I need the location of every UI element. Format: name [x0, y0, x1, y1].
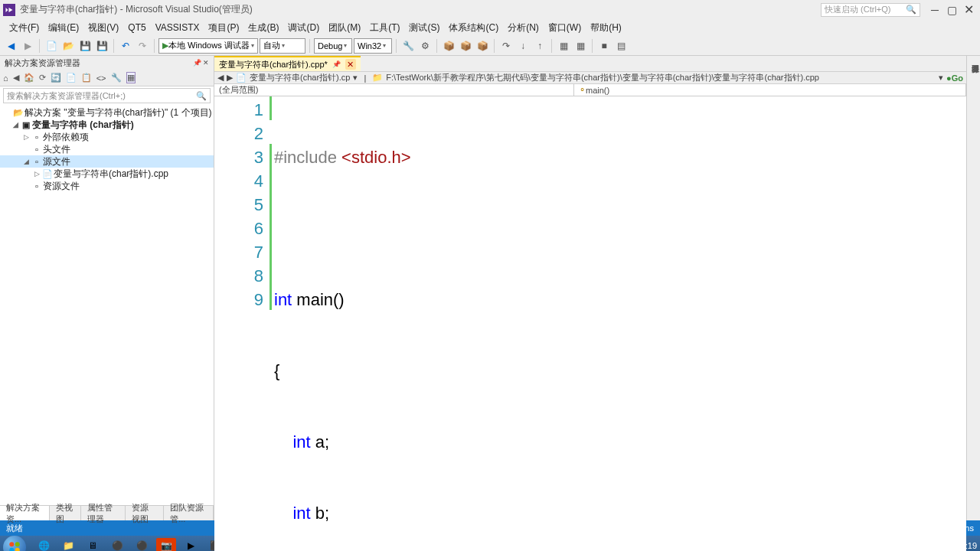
- back-icon[interactable]: ◀: [13, 73, 19, 83]
- tab-team[interactable]: 团队资源管...: [164, 506, 214, 520]
- resources-node[interactable]: ▫资源文件: [0, 180, 214, 192]
- taskbar-app-icon[interactable]: ⚫: [132, 538, 152, 551]
- menu-build[interactable]: 生成(B): [243, 20, 283, 36]
- tab-classview[interactable]: 类视图: [50, 506, 82, 520]
- taskbar-app-icon[interactable]: ⚫: [107, 538, 127, 551]
- headers-node[interactable]: ▫头文件: [0, 143, 214, 155]
- vs-logo-icon: [3, 4, 15, 16]
- sync-icon[interactable]: 🔄: [51, 73, 61, 83]
- auto-combo[interactable]: 自动▾: [260, 38, 305, 54]
- toolbar-icon[interactable]: ▦: [556, 38, 571, 54]
- svg-point-1: [15, 542, 20, 546]
- go-button[interactable]: ●Go: [946, 73, 963, 83]
- main-toolbar: ◀ ▶ 📄 📂 💾 💾 ↶ ↷ ▶ 本地 Windows 调试器▾ 自动▾ De…: [0, 36, 980, 56]
- left-bottom-tabs: 解决方案资... 类视图 属性管理器 资源视图 团队资源管...: [0, 505, 214, 520]
- window-title: 变量与字符串(char指针) - Microsoft Visual Studio…: [20, 3, 253, 16]
- panel-close-icon[interactable]: ✕: [203, 59, 209, 67]
- nav-crumb[interactable]: 变量与字符串(char指针).cp: [250, 72, 350, 83]
- minimize-button[interactable]: ─: [926, 3, 943, 17]
- menu-view[interactable]: 视图(V): [83, 20, 123, 36]
- taskbar-ie-icon[interactable]: 🌐: [34, 538, 54, 551]
- toolbar-icon[interactable]: 📦: [441, 38, 456, 54]
- toolbar-icon[interactable]: 📦: [458, 38, 473, 54]
- tool-icon[interactable]: <>: [96, 73, 106, 83]
- nav-fwd-button[interactable]: ▶: [20, 38, 35, 54]
- source-file-node[interactable]: ▷📄变量与字符串(char指针).cpp: [0, 168, 214, 180]
- toolbar-icon[interactable]: ■: [596, 38, 612, 54]
- toolbar-icon[interactable]: ⚙: [417, 38, 433, 54]
- status-ready: 就绪: [6, 523, 23, 534]
- menu-team[interactable]: 团队(M): [324, 20, 365, 36]
- code-content[interactable]: #include <stdio.h> int main() { int a; i…: [274, 96, 966, 551]
- toolbar-icon[interactable]: ▤: [613, 38, 629, 54]
- toolbar-icon[interactable]: 🔧: [400, 38, 416, 54]
- menu-qt5[interactable]: QT5: [123, 21, 150, 34]
- platform-combo[interactable]: Win32▾: [354, 38, 392, 54]
- taskbar-app-icon[interactable]: 📷: [156, 538, 176, 551]
- close-button[interactable]: ✕: [960, 3, 977, 17]
- open-button[interactable]: 📂: [60, 38, 76, 54]
- nav-back-button[interactable]: ◀: [3, 38, 18, 54]
- properties-icon[interactable]: 🔧: [111, 73, 122, 83]
- tool-icon[interactable]: 📄: [66, 73, 77, 83]
- step-into-icon[interactable]: ↓: [515, 38, 531, 54]
- close-tab-icon[interactable]: ✕: [345, 59, 356, 70]
- taskbar-app-icon[interactable]: 🖥: [83, 538, 103, 551]
- right-rail[interactable]: 服务器资源管理器: [966, 56, 980, 520]
- pin-icon[interactable]: 📌: [332, 60, 341, 68]
- line-numbers: 123456789: [214, 96, 270, 551]
- editor-tab[interactable]: 变量与字符串(char指针).cpp*📌✕: [214, 56, 361, 71]
- svg-point-2: [9, 548, 14, 551]
- solution-node[interactable]: 📂解决方案 "变量与字符串(char指针)" (1 个项目): [0, 106, 214, 119]
- undo-button[interactable]: ↶: [118, 38, 133, 54]
- menu-debug[interactable]: 调试(D): [283, 20, 324, 36]
- debug-target[interactable]: ▶ 本地 Windows 调试器▾: [158, 38, 258, 54]
- solution-explorer-title: 解决方案资源管理器 📌✕: [0, 56, 214, 70]
- step-over-icon[interactable]: ↷: [498, 38, 514, 54]
- menu-arch[interactable]: 体系结构(C): [444, 20, 503, 36]
- code-editor[interactable]: 123456789 #include <stdio.h> int main() …: [214, 96, 966, 551]
- refresh-icon[interactable]: ⟳: [39, 73, 46, 83]
- save-all-button[interactable]: 💾: [94, 38, 109, 54]
- menu-test[interactable]: 测试(S): [404, 20, 444, 36]
- tab-propmgr[interactable]: 属性管理器: [81, 506, 126, 520]
- new-project-button[interactable]: 📄: [44, 38, 59, 54]
- step-out-icon[interactable]: ↑: [532, 38, 547, 54]
- menu-vassistx[interactable]: VASSISTX: [151, 21, 204, 34]
- scope-right[interactable]: ⚬ main(): [574, 84, 966, 96]
- start-button[interactable]: [3, 536, 29, 551]
- nav-bar: ◀ ▶ 📄 变量与字符串(char指针).cp ▾ | 📁 F:\TestWor…: [214, 71, 966, 84]
- pin-icon[interactable]: 📌: [193, 59, 201, 67]
- solution-search[interactable]: 搜索解决方案资源管理器(Ctrl+;)🔍: [3, 88, 211, 103]
- menu-file[interactable]: 文件(F): [5, 20, 44, 36]
- menu-tools[interactable]: 工具(T): [365, 20, 404, 36]
- taskbar-app-icon[interactable]: 📁: [58, 538, 78, 551]
- show-all-icon[interactable]: ▦: [126, 72, 136, 83]
- redo-button[interactable]: ↷: [135, 38, 150, 54]
- scope-left[interactable]: (全局范围): [214, 84, 574, 96]
- nav-fwd-icon[interactable]: ▶: [227, 73, 233, 83]
- home2-icon[interactable]: 🏠: [24, 73, 34, 83]
- save-button[interactable]: 💾: [77, 38, 93, 54]
- menu-help[interactable]: 帮助(H): [586, 20, 626, 36]
- toolbar-icon[interactable]: ▦: [573, 38, 588, 54]
- toolbar-icon[interactable]: 📦: [475, 38, 490, 54]
- home-icon[interactable]: ⌂: [3, 73, 8, 83]
- menu-window[interactable]: 窗口(W): [544, 20, 586, 36]
- taskbar-app-icon[interactable]: ▶: [181, 538, 201, 551]
- quick-launch[interactable]: 快速启动 (Ctrl+Q)🔍: [821, 3, 920, 17]
- config-combo[interactable]: Debug▾: [314, 38, 352, 54]
- tab-resview[interactable]: 资源视图: [126, 506, 164, 520]
- ext-deps-node[interactable]: ▷▫外部依赖项: [0, 131, 214, 143]
- nav-back-icon[interactable]: ◀: [217, 73, 224, 83]
- tab-solution[interactable]: 解决方案资...: [0, 506, 50, 520]
- sources-node[interactable]: ◢▫源文件: [0, 155, 214, 168]
- search-icon: 🔍: [196, 91, 207, 101]
- menu-project[interactable]: 项目(P): [204, 20, 243, 36]
- project-node[interactable]: ◢▣变量与字符串 (char指针): [0, 119, 214, 131]
- menu-analyze[interactable]: 分析(N): [503, 20, 544, 36]
- menu-edit[interactable]: 编辑(E): [44, 20, 83, 36]
- tool-icon[interactable]: 📋: [81, 73, 92, 83]
- folder-icon: 📁: [372, 73, 383, 83]
- maximize-button[interactable]: ▢: [943, 3, 960, 17]
